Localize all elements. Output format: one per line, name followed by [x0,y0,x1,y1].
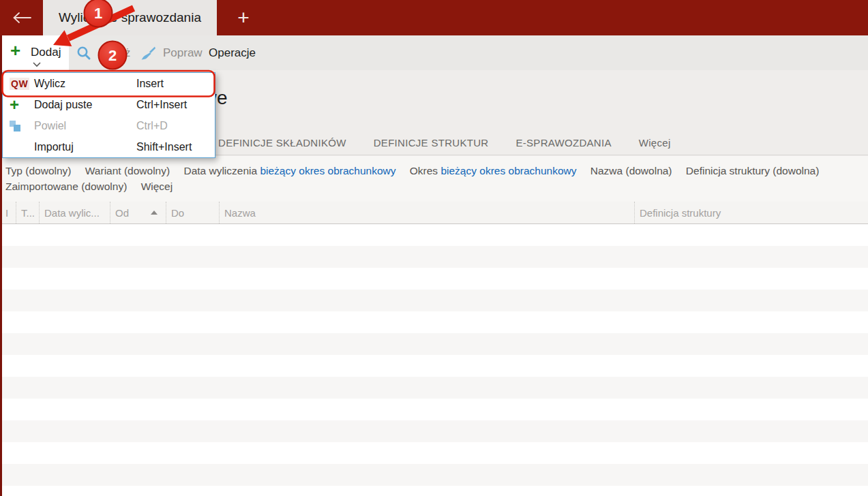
show-button-label: Pokaż [98,46,130,60]
filter-definicja-struktury[interactable]: Definicja struktury (dowolna) [686,163,820,179]
table-row[interactable] [2,224,868,246]
menu-item-powiel[interactable]: Powiel Ctrl+D [3,115,215,136]
column-header-i[interactable]: I [2,202,16,223]
plus-icon: + [237,7,250,28]
table-body[interactable] [2,224,868,496]
filter-typ[interactable]: Typ (dowolny) [5,163,71,179]
table-row[interactable] [2,268,868,290]
filter-bar: Typ (dowolny) Wariant (dowolny) Data wyl… [2,156,868,202]
tab-definicje-skladnikow[interactable]: DEFINICJE SKŁADNIKÓW [218,137,346,149]
operations-button-label: Operacje [209,46,256,60]
menu-item-dodaj-puste[interactable]: + Dodaj puste Ctrl+Insert [3,94,215,115]
show-button[interactable]: Pokaż [76,35,130,70]
plus-icon: + [10,42,20,59]
column-header-do[interactable]: Do [166,202,219,223]
copy-icon [10,121,20,131]
table-row[interactable] [2,486,868,496]
edit-button-label: Popraw [163,46,203,60]
shortcut-label: Ctrl+Insert [136,99,187,111]
sort-ascending-icon [151,211,158,215]
table-row[interactable] [2,420,868,442]
new-tab-button[interactable]: + [228,0,259,35]
table-row[interactable] [2,399,868,420]
column-header-od[interactable]: Od [110,202,166,223]
edit-button[interactable]: Popraw [140,35,203,70]
column-header-data-wyliczenia[interactable]: Data wylic... [39,202,110,223]
column-header-typ[interactable]: T... [16,202,39,223]
add-split-button[interactable]: + Dodaj [2,35,69,70]
table-row[interactable] [2,333,868,355]
menu-item-wylicz[interactable]: QW Wylicz Insert [3,73,215,94]
table-row[interactable] [2,377,868,399]
menu-item-importuj[interactable]: Importuj Shift+Insert [3,136,215,157]
table-row[interactable] [2,246,868,268]
filter-wariant[interactable]: Wariant (dowolny) [85,163,170,179]
search-icon [76,45,92,61]
tab-e-sprawozdania[interactable]: E-SPRAWOZDANIA [515,137,611,149]
tab-definicje-struktur[interactable]: DEFINICJE STRUKTUR [374,137,489,149]
shortcut-label: Ctrl+D [136,120,168,132]
table-row[interactable] [2,464,868,486]
qw-calc-icon: QW [10,78,29,90]
filter-okres[interactable]: Okres bieżący okres obrachunkowy [410,163,577,179]
back-arrow-icon [12,11,32,25]
operations-button[interactable]: Operacje [209,35,256,70]
filter-data-wyliczenia[interactable]: Data wyliczenia bieżący okres obrachunko… [183,163,395,179]
filter-zaimportowane[interactable]: Zaimportowane (dowolny) [5,179,127,194]
table-row[interactable] [2,290,868,311]
add-button-label: Dodaj [31,46,61,59]
plus-icon: + [10,97,19,113]
back-button[interactable] [0,0,43,35]
table-row[interactable] [2,355,868,377]
table-row[interactable] [2,311,868,333]
filter-nazwa[interactable]: Nazwa (dowolna) [590,163,672,179]
shortcut-label: Insert [136,78,164,90]
window-tab-title: Wyliczone sprawozdania [59,10,201,25]
filter-wiecej[interactable]: Więcej [141,179,173,194]
chevron-down-icon [32,61,42,67]
tab-wiecej[interactable]: Więcej [639,137,671,149]
column-header-nazwa[interactable]: Nazwa [219,202,634,223]
table-header: I T... Data wylic... Od Do Nazwa Definic… [2,202,868,224]
column-header-definicja-struktury[interactable]: Definicja struktury [634,202,868,223]
window-tab[interactable]: Wyliczone sprawozdania [43,0,217,35]
ribbon-toolbar: + Dodaj Pokaż Popraw Operacje [2,35,868,70]
application-window: Wyliczone sprawozdania + + Dodaj Pokaż [0,0,868,496]
window-title-bar: Wyliczone sprawozdania + [0,0,868,35]
window-left-edge [0,35,2,496]
shortcut-label: Shift+Insert [136,141,192,153]
table-row[interactable] [2,442,868,464]
add-dropdown-menu: QW Wylicz Insert + Dodaj puste Ctrl+Inse… [2,72,215,158]
brush-icon [140,45,157,61]
